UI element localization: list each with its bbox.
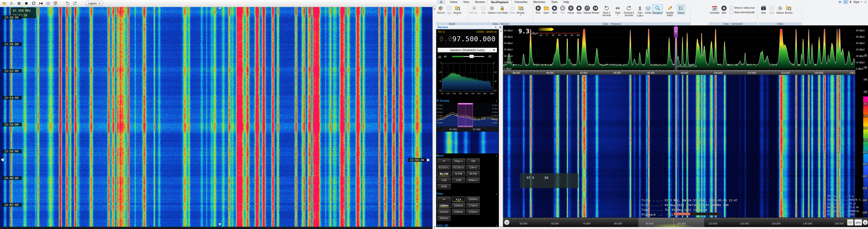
redo-icon[interactable]	[73, 1, 77, 6]
filter-button[interactable]: 225kHz	[466, 209, 480, 215]
checkbox-start-automatically[interactable]: Start automatically	[730, 11, 755, 13]
mode-button[interactable]: LSB	[437, 177, 451, 183]
ribbon-button-options[interactable]: Options	[488, 4, 496, 14]
speaker-icon[interactable]	[443, 55, 447, 59]
mode-button[interactable]: •••	[437, 158, 451, 164]
mode-button[interactable]: BC-FM	[437, 171, 451, 176]
collapse-icon[interactable]: ▼	[495, 26, 497, 28]
ribbon-button-lock-radio[interactable]: Lock Radio	[496, 4, 508, 14]
ribbon-tab[interactable]: Favourites	[512, 0, 530, 4]
ribbon-button-browse[interactable]: Browse▼	[517, 4, 525, 16]
ribbon-button-gain[interactable]: ±Gain0 dB ▾	[636, 4, 644, 17]
ribbon-button-datafile-editor[interactable]: Datafile Editor	[663, 4, 677, 17]
if-waterfall-canvas[interactable]	[437, 132, 498, 154]
collapse-icon[interactable]: ▲	[495, 100, 497, 102]
ribbon-button-restart[interactable]: Restart	[591, 4, 599, 14]
display-icon[interactable]	[46, 1, 51, 6]
checkbox-show-in-status-bar[interactable]: Show in status bar	[730, 6, 755, 9]
calendar-icon[interactable]	[53, 1, 58, 6]
equalizer-icon[interactable]	[437, 55, 442, 59]
ribbon-button-browse[interactable]: Browse	[784, 4, 793, 14]
ribbon-button-seek[interactable]: Seek▼	[614, 4, 622, 16]
skip-start-icon[interactable]	[39, 1, 43, 6]
style-spinner[interactable]	[849, 1, 852, 3]
ribbon-button-record[interactable]: Record	[437, 4, 445, 14]
ribbon-button-status[interactable]: Status	[677, 4, 685, 14]
frequency-display[interactable]: RX 11 -62500 - 62500 Hz 0.097.500.000	[437, 30, 498, 47]
audio-device-select[interactable]: Speakers (Realtek(R) Audio)	[437, 48, 497, 53]
scroll-down-icon[interactable]	[434, 227, 435, 228]
folder-open-icon[interactable]	[2, 1, 7, 6]
mode-button[interactable]: ECSS-U	[452, 165, 465, 170]
navigator-right-button[interactable]: »	[863, 220, 868, 225]
filter-button[interactable]: 250kHz	[437, 216, 451, 221]
undo-icon[interactable]	[65, 1, 70, 6]
scroll-up-icon[interactable]	[434, 8, 435, 9]
filter-button[interactable]: 175kHz	[466, 203, 480, 208]
mode-button[interactable]: N-FM	[452, 171, 465, 176]
monitor-1-icon[interactable]	[838, 0, 842, 4]
ribbon-button-forward-5-seconds[interactable]: Forward 5 seconds	[622, 4, 636, 17]
mode-button[interactable]: DSB	[437, 184, 451, 189]
if-display-header[interactable]: IF Display ▲	[437, 99, 498, 103]
volume-slider[interactable]	[452, 56, 484, 57]
pause-icon[interactable]	[17, 1, 21, 6]
filter-button[interactable]: 125kHz	[437, 203, 451, 208]
collapse-icon[interactable]: ▲	[495, 155, 497, 157]
frequency-navigator[interactable]: 50.00060.00070.00080.00090.000100.000110…	[503, 218, 868, 227]
style-label[interactable]: Style	[853, 0, 859, 4]
main-waterfall-canvas[interactable]	[503, 75, 855, 218]
playback-position-marker-left[interactable]	[1, 158, 4, 162]
mode-button[interactable]: CW-U	[466, 165, 480, 170]
monitor-2-icon[interactable]	[843, 0, 848, 4]
layout-dropdown-button[interactable]: Layout ▼	[86, 1, 103, 6]
ribbon-button-record[interactable]: Record...	[469, 4, 479, 14]
mode-header[interactable]: Mode ▲	[437, 154, 498, 158]
collapse-icon[interactable]: ▲	[495, 193, 497, 195]
navigator-left-button[interactable]: «	[504, 220, 509, 225]
ribbon-button-open[interactable]: Open	[542, 4, 551, 14]
repeat-icon[interactable]	[31, 1, 36, 6]
ribbon-button-play[interactable]: Play	[559, 4, 567, 14]
filter-button[interactable]: 192kHz	[437, 209, 451, 215]
play-icon[interactable]	[9, 1, 14, 6]
ribbon-button-back-5-seconds[interactable]: Back 5 seconds	[599, 4, 614, 17]
ribbon-button-next[interactable]: Next	[551, 4, 559, 14]
filter-button[interactable]: « | »	[452, 197, 465, 202]
filter-button[interactable]: 200kHz	[452, 209, 465, 215]
navigator-zoom-button[interactable]: x5▶	[855, 219, 862, 226]
settings-gear-icon[interactable]	[864, 0, 867, 4]
filter-passband-overlay[interactable]	[458, 103, 473, 127]
ribbon-button-power[interactable]: Power	[508, 4, 517, 14]
main-frequency-ruler[interactable]: 88.00090.00092.00094.00096.00098.000100.…	[503, 70, 855, 75]
mode-button[interactable]: USB	[452, 177, 465, 183]
ribbon-button-prev[interactable]: Prev	[534, 4, 542, 14]
mode-button[interactable]: ECSS-L	[437, 165, 451, 170]
stop-icon[interactable]	[24, 1, 29, 6]
ribbon-tab[interactable]: Tools	[548, 0, 560, 4]
filter-button[interactable]: 100kHz	[466, 197, 480, 202]
rx-marker-flag[interactable]: 11	[674, 27, 678, 37]
ribbon-button-stop[interactable]: Stop	[768, 4, 776, 14]
ribbon-button-schedule[interactable]: Schedule	[709, 4, 720, 14]
filter-header[interactable]: Filter ▲	[437, 192, 498, 196]
ribbon-button-navigator[interactable]: Navigator	[652, 4, 663, 14]
collapse-icon[interactable]: ▲	[495, 225, 497, 227]
left-waterfall-canvas[interactable]	[0, 7, 433, 227]
navigator-keyboard-button[interactable]	[847, 219, 854, 226]
ribbon-button-start[interactable]: Start	[760, 4, 768, 14]
ribbon-button-pause[interactable]: Pause	[567, 4, 575, 14]
tuned-frequency-marker-top[interactable]	[219, 7, 221, 9]
mode-button[interactable]: AM	[466, 158, 480, 164]
if-spectrum-panel[interactable]: 60 dBµV50 dBµV40 dBµV30 dBµV20 dBµV10 dB…	[437, 103, 498, 127]
ribbon-button-stop[interactable]: Stop	[575, 4, 583, 14]
chevron-down-icon[interactable]: ▼	[861, 1, 863, 3]
left-waterfall-scrollbar[interactable]	[433, 7, 436, 229]
tuned-frequency-marker-bottom[interactable]	[219, 223, 221, 226]
close-icon[interactable]: ✕	[499, 26, 501, 29]
checkbox-box[interactable]	[730, 6, 733, 9]
ribbon-tab[interactable]: Rec/Playback	[488, 0, 512, 4]
volume-slider-handle[interactable]	[469, 55, 474, 58]
filter-button[interactable]: •••	[437, 197, 451, 202]
checkbox-box[interactable]	[730, 11, 733, 13]
